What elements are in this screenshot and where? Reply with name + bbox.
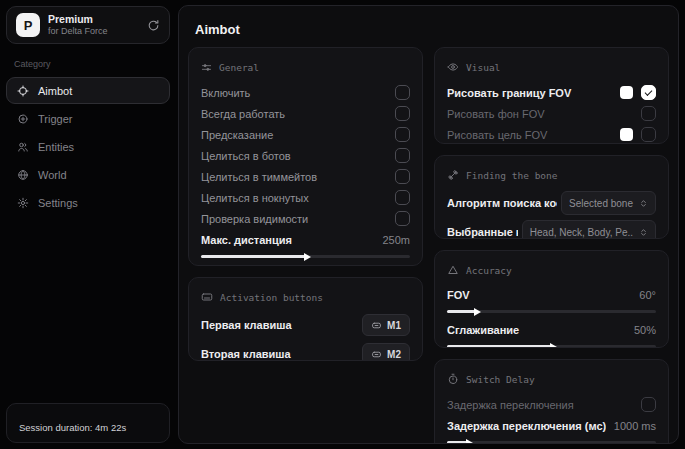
toggle-label: Проверка видимости [201, 213, 395, 225]
toggle-label: Целиться в ботов [201, 150, 395, 162]
sidebar-item-trigger[interactable]: Trigger [6, 105, 170, 132]
toggle-label: Задержка переключения [447, 399, 641, 411]
general-header-label: General [219, 62, 259, 73]
left-column: General Включить Всегда работать Предска… [188, 47, 423, 443]
visual-row: Рисовать фон FOV [447, 103, 656, 124]
world-icon [17, 169, 29, 181]
visual-label: Рисовать фон FOV [447, 108, 641, 120]
brand-logo: P [16, 13, 40, 37]
bone-label: Выбранные кос [447, 226, 518, 238]
color-swatch[interactable] [620, 128, 633, 141]
toggle-label: Предсказание [201, 129, 395, 141]
keybind-row: Вторая клавиша M2 [201, 341, 410, 361]
brand-card: P Premium for Delta Force [6, 6, 170, 44]
sidebar-item-label: Settings [38, 197, 78, 209]
keybind-label: Вторая клавиша [201, 348, 362, 360]
session-duration-label: Session duration: 4m 22s [19, 422, 126, 433]
slider-label: Задержка переключения (мс) [447, 420, 606, 432]
bone-icon [447, 169, 459, 181]
bone-label: Алгоритм поиска кост [447, 197, 557, 209]
visual-row: Рисовать границу FOV [447, 82, 656, 103]
checkbox[interactable] [641, 106, 656, 121]
keybind-button[interactable]: M2 [362, 343, 410, 361]
toggle-label: Включить [201, 87, 395, 99]
general-card: General Включить Всегда работать Предска… [188, 47, 423, 266]
slider-thumb[interactable] [304, 253, 311, 261]
slider-thumb[interactable] [474, 308, 481, 316]
sidebar-item-aimbot[interactable]: Aimbot [6, 77, 170, 104]
checkbox[interactable] [641, 397, 656, 412]
checkbox[interactable] [641, 85, 656, 100]
gear-icon [17, 197, 29, 209]
sidebar-item-world[interactable]: World [6, 161, 170, 188]
selected-value: Selected bone [569, 198, 633, 209]
checkbox[interactable] [395, 190, 410, 205]
switch-delay-header: Switch Delay [447, 371, 656, 387]
switch-delay-card: Switch Delay Задержка переключения Задер… [434, 359, 669, 444]
keybind-key: M1 [387, 320, 401, 331]
general-header: General [201, 59, 410, 75]
mouse-button-icon [371, 349, 382, 360]
keybind-label: Первая клавиша [201, 319, 362, 331]
checkbox[interactable] [641, 127, 656, 142]
switch-delay-header-label: Switch Delay [466, 374, 535, 385]
sidebar-item-settings[interactable]: Settings [6, 189, 170, 216]
bone-algorithm-select[interactable]: Selected bone [561, 191, 656, 215]
checkbox[interactable] [395, 169, 410, 184]
checkbox[interactable] [395, 85, 410, 100]
bone-row: Выбранные кос Head, Neck, Body, Pe.. [447, 219, 656, 239]
slider-value: 60° [639, 289, 656, 301]
crosshair-icon [17, 85, 29, 97]
slider-value: 1000 ms [614, 420, 656, 432]
mouse-button-icon [371, 320, 382, 331]
sidebar-item-label: Trigger [38, 113, 72, 125]
right-column: Visual Рисовать границу FOV Рисовать фон… [434, 47, 669, 443]
selected-bones-select[interactable]: Head, Neck, Body, Pe.. [522, 220, 656, 239]
slider-thumb[interactable] [466, 439, 473, 445]
sidebar-item-entities[interactable]: Entities [6, 133, 170, 160]
slider-thumb[interactable] [550, 343, 557, 349]
checkbox[interactable] [395, 106, 410, 121]
sidebar-nav: Aimbot Trigger Entities World [6, 77, 170, 216]
content-columns: General Включить Всегда работать Предска… [188, 47, 669, 443]
page-title: Aimbot [195, 22, 240, 37]
bone-row: Алгоритм поиска кост Selected bone [447, 190, 656, 216]
accuracy-header: Accuracy [447, 262, 656, 278]
visual-label: Рисовать границу FOV [447, 87, 620, 99]
toggle-row: Проверка видимости [201, 208, 410, 229]
slider-label: Сглаживание [447, 324, 626, 336]
trigger-icon [17, 113, 29, 125]
activation-header: Activation buttons [201, 289, 410, 305]
smoothing-slider[interactable] [447, 345, 656, 348]
sidebar-item-label: Aimbot [38, 85, 72, 97]
toggle-label: Целиться в тиммейтов [201, 171, 395, 183]
toggle-row: Предсказание [201, 124, 410, 145]
brand-logo-letter: P [24, 18, 33, 33]
keyboard-icon [201, 291, 213, 303]
toggle-label: Целиться в нокнутых [201, 192, 395, 204]
fov-slider[interactable] [447, 310, 656, 313]
visual-header-label: Visual [466, 62, 500, 73]
slider-row: Сглаживание 50% [447, 320, 656, 340]
toggle-row: Задержка переключения [447, 394, 656, 415]
visual-label: Рисовать цель FOV [447, 129, 620, 141]
checkbox[interactable] [395, 127, 410, 142]
max-distance-slider[interactable] [201, 255, 410, 258]
slider-row: Макс. дистанция 250m [201, 229, 410, 250]
toggle-row: Всегда работать [201, 103, 410, 124]
visual-header: Visual [447, 59, 656, 75]
checkbox[interactable] [395, 211, 410, 226]
switch-delay-slider[interactable] [447, 441, 656, 444]
slider-label: FOV [447, 289, 631, 301]
color-swatch[interactable] [620, 86, 633, 99]
sliders-icon [201, 62, 212, 73]
chevron-up-down-icon [639, 199, 648, 208]
sidebar: P Premium for Delta Force Category Aimbo… [6, 6, 170, 443]
eye-icon [447, 61, 459, 73]
keybind-button[interactable]: M1 [362, 314, 410, 336]
slider-value: 50% [634, 324, 656, 336]
visual-row: Рисовать цель FOV [447, 124, 656, 144]
checkbox[interactable] [395, 148, 410, 163]
main-panel: Aimbot General Включить [178, 5, 679, 444]
sync-icon[interactable] [147, 19, 160, 32]
